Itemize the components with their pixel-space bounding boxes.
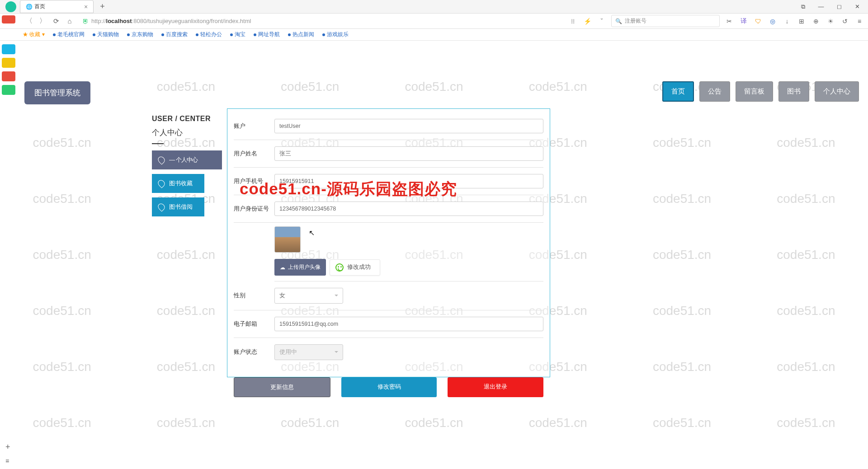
label-account: 账户 — [234, 122, 274, 130]
shield-icon: ⛨ — [82, 18, 89, 25]
menu-icon[interactable]: ≡ — [854, 18, 864, 25]
label-status: 账户状态 — [234, 348, 274, 356]
bottom-menu-icon[interactable]: ≡ — [5, 457, 9, 464]
label-gender: 性别 — [234, 292, 274, 300]
label-username: 用户姓名 — [234, 150, 274, 158]
bookmark-item[interactable]: 淘宝 — [230, 31, 245, 38]
browser-tab[interactable]: 🌐 首页 × — [20, 0, 94, 13]
nav-home-icon[interactable]: ⌂ — [65, 17, 74, 25]
side-item-borrow[interactable]: 图书借阅 — [152, 197, 204, 216]
input-phone[interactable] — [274, 174, 543, 188]
input-email[interactable] — [274, 317, 543, 331]
bookmarks-bar: ★ 收藏 ▾ 老毛桃官网 天猫购物 京东购物 百度搜索 轻松办公 淘宝 网址导航… — [0, 29, 868, 41]
bookmark-item[interactable]: 热点新闻 — [288, 31, 314, 38]
input-account[interactable] — [274, 119, 543, 133]
extensions-icon[interactable]: ⊕ — [811, 18, 821, 25]
globe-icon: 🌐 — [26, 4, 32, 9]
divider — [152, 143, 164, 144]
nav-board[interactable]: 留言板 — [736, 81, 773, 102]
profile-form: 账户 用户姓名 用户手机号 用户身份证号 ☁ 上传用户头像 修 — [227, 108, 550, 377]
window-close-icon[interactable]: ✕ — [848, 3, 866, 10]
download-icon[interactable]: ↓ — [782, 18, 792, 25]
bookmark-item[interactable]: 京东购物 — [127, 31, 153, 38]
flame-icon — [156, 155, 166, 164]
tab-close-icon[interactable]: × — [84, 3, 88, 10]
bookmark-item[interactable]: 轻松办公 — [196, 31, 222, 38]
address-bar: 〈 〉 ⟳ ⌂ ⛨ http://localhost:8080/tushujie… — [0, 14, 868, 29]
side-menu: USER / CENTER 个人中心 — 个人中心 图书收藏 图书借阅 — [152, 115, 224, 221]
cloud-upload-icon: ☁ — [280, 264, 285, 271]
window-minimize-icon[interactable]: — — [812, 3, 830, 10]
nav-forward-icon[interactable]: 〉 — [38, 17, 47, 25]
success-icon — [335, 263, 344, 272]
nav-reload-icon[interactable]: ⟳ — [52, 17, 61, 25]
rail-badge[interactable] — [2, 44, 15, 54]
select-gender[interactable]: 女 — [274, 288, 343, 304]
new-tab-button[interactable]: + — [95, 2, 109, 11]
label-email: 电子邮箱 — [234, 320, 274, 328]
side-item-profile[interactable]: — 个人中心 — [152, 150, 222, 169]
bookmark-item[interactable]: 老毛桃官网 — [53, 31, 85, 38]
chevron-down-icon[interactable]: ˇ — [597, 18, 607, 25]
bookmark-item[interactable]: 天猫购物 — [93, 31, 119, 38]
tab-title: 首页 — [34, 3, 45, 10]
avatar-image — [274, 226, 301, 253]
apps-icon[interactable]: ⊞ — [797, 18, 807, 25]
nav-back-icon[interactable]: 〈 — [24, 17, 33, 25]
label-idcard: 用户身份证号 — [234, 205, 274, 213]
update-button[interactable]: 更新信息 — [234, 377, 330, 397]
top-nav: 首页 公告 留言板 图书 个人中心 — [662, 81, 859, 102]
nav-user-center[interactable]: 个人中心 — [815, 81, 859, 102]
rail-badge[interactable] — [2, 58, 15, 68]
side-subtitle: 个人中心 — [152, 127, 224, 138]
side-title: USER / CENTER — [152, 115, 224, 123]
upload-avatar-button[interactable]: ☁ 上传用户头像 — [274, 259, 326, 276]
bottom-add-icon[interactable]: + — [5, 442, 10, 452]
url-text: http://localhost:8080/tushujieyueguanlix… — [91, 18, 251, 24]
flame-icon — [156, 202, 166, 211]
select-status: 使用中 — [274, 344, 343, 360]
bookmark-item[interactable]: 百度搜索 — [161, 31, 188, 38]
nav-home[interactable]: 首页 — [662, 81, 694, 102]
rail-badge[interactable] — [2, 15, 15, 23]
translate-icon[interactable]: 译 — [739, 17, 749, 25]
input-username[interactable] — [274, 146, 543, 161]
input-idcard[interactable] — [274, 202, 543, 216]
search-icon: 🔍 — [615, 18, 622, 24]
scissors-icon[interactable]: ✂ — [724, 18, 734, 25]
rail-badge[interactable] — [2, 85, 15, 95]
success-toast: 修改成功 — [330, 259, 380, 276]
window-title-bar: 🌐 首页 × + ⧉ — ◻ ✕ — [0, 0, 868, 14]
qr-icon[interactable]: ⁞⁞ — [568, 18, 578, 25]
search-input[interactable]: 🔍 注册账号 — [611, 15, 720, 27]
nav-notice[interactable]: 公告 — [699, 81, 730, 102]
rail-badge[interactable] — [2, 71, 15, 81]
flash-icon[interactable]: ⚡ — [582, 18, 592, 25]
window-bookmark-icon[interactable]: ⧉ — [794, 3, 812, 10]
side-item-favorites[interactable]: 图书收藏 — [152, 174, 204, 193]
bookmark-item[interactable]: 游戏娱乐 — [322, 31, 349, 38]
bookmark-item[interactable]: 网址导航 — [254, 31, 280, 38]
change-password-button[interactable]: 修改密码 — [341, 377, 437, 397]
history-icon[interactable]: ↺ — [840, 18, 850, 25]
favorites-button[interactable]: ★ 收藏 ▾ — [23, 31, 45, 38]
nav-books[interactable]: 图书 — [778, 81, 809, 102]
window-maximize-icon[interactable]: ◻ — [830, 3, 848, 10]
app-title: 图书管理系统 — [24, 81, 90, 104]
label-phone: 用户手机号 — [234, 178, 274, 185]
target-icon[interactable]: ◎ — [768, 18, 778, 25]
browser-left-rail — [0, 14, 17, 95]
security-icon[interactable]: 🛡 — [753, 18, 763, 25]
logout-button[interactable]: 退出登录 — [448, 377, 543, 397]
browser-logo-icon — [5, 1, 16, 12]
flame-icon — [156, 178, 166, 188]
settings-icon[interactable]: ☀ — [826, 18, 835, 25]
cursor-icon: ↖ — [309, 229, 315, 237]
url-input[interactable]: ⛨ http://localhost:8080/tushujieyueguanl… — [79, 16, 404, 26]
